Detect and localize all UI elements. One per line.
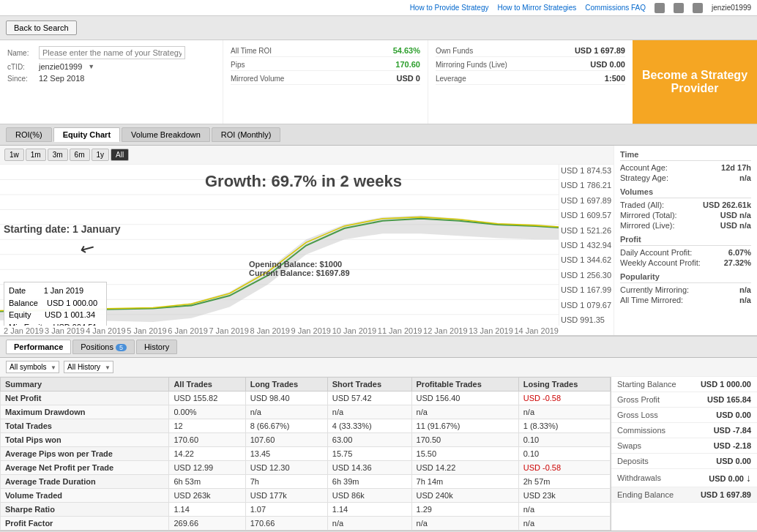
header-left: Name: cTID: jenzie01999 ▼ Since: 12 Sep …: [0, 40, 223, 124]
ending-balance-value: USD 1 697.89: [701, 490, 751, 499]
tab-equity-chart[interactable]: Equity Chart: [53, 127, 120, 142]
chart-ctrl-1w[interactable]: 1w: [4, 149, 24, 161]
table-cell-6-2: 7h: [245, 475, 327, 489]
table-cell-7-4: USD 240k: [411, 489, 518, 503]
tab-history[interactable]: History: [136, 340, 177, 354]
table-cell-4-4: 15.50: [411, 447, 518, 461]
account-age-row: Account Age: 12d 17h: [620, 162, 751, 173]
table-row: Net ProfitUSD 155.82USD 98.40USD 57.42US…: [1, 391, 611, 405]
mirrored-total-row: Mirrored (Total): USD n/a: [620, 210, 751, 220]
currently-mirroring-label: Currently Mirroring:: [620, 285, 689, 294]
chart-ctrl-1y[interactable]: 1y: [92, 149, 110, 161]
mirrored-total-value: USD n/a: [720, 211, 751, 220]
table-cell-6-4: 7h 14m: [411, 475, 518, 489]
table-cell-8-3: 1.14: [327, 503, 411, 517]
th-short-trades: Short Trades: [327, 378, 411, 391]
popularity-section: Popularity Currently Mirroring: n/a All …: [620, 272, 751, 305]
table-cell-2-0: Total Trades: [1, 419, 169, 433]
commissions-faq-link[interactable]: Commissions FAQ: [585, 4, 646, 12]
table-cell-1-1: 0.00%: [169, 405, 245, 419]
commissions-row: Commissions USD -7.84: [611, 423, 757, 438]
how-to-provide-link[interactable]: How to Provide Strategy: [410, 4, 489, 12]
tab-roi-percent[interactable]: ROI(%): [6, 127, 52, 142]
x-label-9: 11 Jan 2019: [378, 326, 422, 335]
perf-tabs-row: Performance Positions5 History: [0, 337, 757, 358]
table-cell-7-1: USD 263k: [169, 489, 245, 503]
gross-loss-row: Gross Loss USD 0.00: [611, 408, 757, 423]
ending-balance-row: Ending Balance USD 1 697.89: [611, 487, 757, 503]
table-cell-6-3: 6h 39m: [327, 475, 411, 489]
table-cell-4-0: Average Pips won per Trade: [1, 447, 169, 461]
history-select[interactable]: All History: [64, 361, 113, 373]
pips-label: Pips: [231, 61, 245, 69]
chart-ctrl-6m[interactable]: 6m: [70, 149, 90, 161]
ctid-dropdown-icon[interactable]: ▼: [88, 63, 94, 70]
x-label-6: 8 Jan 2019: [250, 326, 289, 335]
table-cell-3-3: 63.00: [327, 433, 411, 447]
mirrored-volume-label: Mirrored Volume: [231, 75, 284, 83]
volumes-section: Volumes Traded (All): USD 262.61k Mirror…: [620, 187, 751, 231]
table-cell-9-2: 170.66: [245, 517, 327, 531]
all-time-roi-value: 54.63%: [393, 46, 420, 55]
how-to-mirror-link[interactable]: How to Mirror Strategies: [497, 4, 576, 12]
traded-all-value: USD 262.61k: [703, 201, 751, 209]
daily-profit-value: 6.07%: [728, 248, 751, 257]
performance-section: Performance Positions5 History All symbo…: [0, 336, 757, 531]
symbols-select[interactable]: All symbols: [6, 361, 59, 373]
tab-performance[interactable]: Performance: [6, 340, 71, 354]
time-title: Time: [620, 150, 751, 161]
chart-ctrl-1m[interactable]: 1m: [26, 149, 46, 161]
header-funds: Own Funds USD 1 697.89 Mirroring Funds (…: [428, 40, 633, 124]
table-cell-5-3: USD 14.36: [327, 461, 411, 475]
x-label-10: 12 Jan 2019: [423, 326, 468, 335]
all-time-mirrored-label: All Time Mirrored:: [620, 296, 683, 304]
ctid-label: cTID:: [7, 63, 33, 71]
all-time-roi-label: All Time ROI: [231, 47, 272, 55]
table-row: Average Trade Duration6h 53m7h6h 39m7h 1…: [1, 475, 611, 489]
withdrawals-label: Withdrawals: [617, 473, 661, 482]
chart-ctrl-all[interactable]: All: [111, 149, 129, 161]
table-row: Average Pips won per Trade14.2213.4515.7…: [1, 447, 611, 461]
back-to-search-button[interactable]: Back to Search: [6, 20, 77, 35]
tab-volume-breakdown[interactable]: Volume Breakdown: [122, 127, 210, 142]
table-cell-7-2: USD 177k: [245, 489, 327, 503]
strategy-name-input[interactable]: [39, 46, 185, 59]
since-label: Since:: [7, 75, 33, 83]
y-label-10: USD 991.35: [561, 315, 612, 324]
table-row: Profit Factor269.66170.66n/an/an/a: [1, 517, 611, 531]
gross-profit-label: Gross Profit: [617, 395, 660, 404]
icon2: [674, 3, 684, 13]
y-label-9: USD 1 079.67: [561, 301, 612, 310]
chart-area: USD 1 874.53 USD 1 786.21 USD 1 697.89 U…: [0, 165, 614, 326]
table-cell-5-2: USD 12.30: [245, 461, 327, 475]
table-cell-8-2: 1.07: [245, 503, 327, 517]
chart-tabs-row: ROI(%) Equity Chart Volume Breakdown ROI…: [0, 124, 757, 146]
swaps-row: Swaps USD -2.18: [611, 438, 757, 454]
table-cell-6-0: Average Trade Duration: [1, 475, 169, 489]
all-time-mirrored-value: n/a: [739, 296, 751, 304]
mirrored-total-label: Mirrored (Total):: [620, 211, 677, 220]
since-row: Since: 12 Sep 2018: [7, 74, 215, 83]
table-cell-7-0: Volume Traded: [1, 489, 169, 503]
tab-positions[interactable]: Positions5: [72, 340, 135, 354]
table-cell-6-1: 6h 53m: [169, 475, 245, 489]
table-cell-5-5: USD -0.58: [518, 461, 610, 475]
popularity-title: Popularity: [620, 272, 751, 283]
performance-table: Summary All Trades Long Trades Short Tra…: [0, 377, 611, 531]
ending-balance-label: Ending Balance: [617, 490, 674, 499]
y-label-5: USD 1 432.94: [561, 241, 612, 250]
table-cell-8-0: Sharpe Ratio: [1, 503, 169, 517]
become-strategy-provider-button[interactable]: Become a Strategy Provider: [633, 40, 757, 124]
table-cell-7-3: USD 86k: [327, 489, 411, 503]
account-age-value: 12d 17h: [721, 163, 751, 172]
y-label-2: USD 1 697.89: [561, 196, 612, 205]
table-cell-1-3: n/a: [327, 405, 411, 419]
table-cell-2-1: 12: [169, 419, 245, 433]
tab-roi-monthly[interactable]: ROI (Monthly): [212, 127, 280, 142]
history-select-wrapper: All History ▼: [64, 361, 113, 373]
mirroring-funds-value: USD 0.00: [590, 60, 625, 69]
x-label-8: 10 Jan 2019: [332, 326, 377, 335]
chart-section: 1w 1m 3m 6m 1y All: [0, 146, 757, 336]
chart-ctrl-3m[interactable]: 3m: [48, 149, 68, 161]
mirrored-live-label: Mirrored (Live):: [620, 221, 675, 230]
